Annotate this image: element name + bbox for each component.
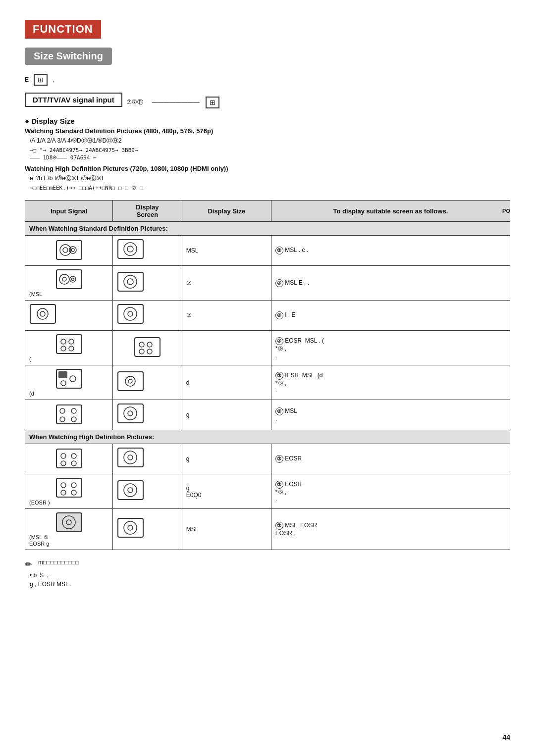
- input-signal-cell-5: (d: [25, 365, 113, 400]
- input-signal-cell-4: (: [25, 331, 113, 365]
- svg-point-68: [128, 525, 133, 530]
- top-info-prefix: E: [25, 76, 29, 83]
- display-size-cell-8: gE0Q0: [182, 474, 271, 509]
- table-row: (MSL ② ② MSL E , .: [25, 266, 510, 301]
- svg-point-45: [124, 407, 137, 420]
- note-main: ✏ m□□□□□□□□□□: [25, 559, 510, 570]
- svg-point-12: [71, 278, 74, 281]
- svg-rect-27: [135, 338, 160, 356]
- tv-icons-input-6: [29, 404, 108, 426]
- arrow-line-2: ——— 1D8※——— 07A694 ←: [30, 154, 510, 161]
- col-header-suitable: To display suitable screen as follows.: [271, 201, 510, 222]
- circle-num-8: ②: [275, 481, 283, 489]
- tv-icons-input-9: [29, 512, 108, 534]
- svg-point-3: [69, 247, 76, 253]
- tv-icon-left-5: [55, 368, 83, 391]
- display-size-cell-5: d: [182, 365, 271, 400]
- input-label: (MSL: [29, 291, 108, 297]
- svg-point-30: [139, 349, 144, 354]
- svg-point-4: [71, 249, 74, 252]
- signal-input-row: DTT/TV/AV signal input ⑦⑦⑪ ———————— ⊞: [25, 93, 510, 112]
- tv-icons-input-2: [29, 269, 108, 291]
- svg-point-17: [37, 308, 48, 319]
- standard-section-row: When Watching Standard Definition Pictur…: [25, 222, 510, 236]
- tv-icon-left: [55, 240, 83, 262]
- tv-icon-left-4: [55, 334, 83, 356]
- input-label-8: (EOSR ): [29, 500, 108, 505]
- tv-icon-display-5: [117, 371, 144, 393]
- info-cell-8: ② EOSR *⑤ , .: [271, 474, 510, 509]
- svg-point-59: [71, 490, 76, 495]
- info-cell-2: ② MSL E , .: [271, 266, 510, 301]
- standard-def-title: Watching Standard Definition Pictures (4…: [25, 127, 510, 135]
- svg-point-11: [70, 276, 76, 282]
- col-header-input: Input Signal: [25, 201, 113, 222]
- display-size-cell-4: [182, 331, 271, 365]
- tv-icon-display: [117, 239, 144, 261]
- circle-num-2: ②: [275, 279, 283, 287]
- svg-point-34: [61, 381, 66, 386]
- input-signal-cell-8: (EOSR ): [25, 474, 113, 509]
- display-screen-cell-8: [113, 474, 182, 509]
- size-switching-banner: Size Switching: [25, 48, 112, 65]
- display-icons-4: [117, 337, 178, 359]
- tv-icon-display-3: [117, 303, 144, 326]
- svg-point-15: [127, 279, 133, 285]
- svg-rect-33: [58, 371, 67, 378]
- svg-point-24: [69, 339, 74, 344]
- tv-icon-display-6: [117, 403, 144, 425]
- svg-point-41: [71, 408, 76, 413]
- page-number: 44: [502, 733, 510, 741]
- top-info: E ⊞ ,: [25, 74, 510, 86]
- display-screen-cell: [113, 236, 182, 266]
- main-table: Input Signal DisplayScreen Display Size …: [25, 200, 510, 550]
- display-screen-cell-2: [113, 266, 182, 301]
- tv-icon-display-4: [134, 337, 161, 359]
- svg-point-46: [128, 411, 133, 416]
- display-screen-cell-3: [113, 301, 182, 331]
- high-def-line1: e ⁷/b E/b I/®e⓪⑨E/®e⓪⑨I: [30, 174, 510, 183]
- dot-spacer: .: [47, 572, 48, 579]
- circle-num: ②: [275, 247, 283, 254]
- table-row: (MSL ⑤EOSR g MSL ② MSL EOSR EOSR .: [25, 509, 510, 550]
- display-screen-cell-7: [113, 444, 182, 474]
- input-label-9: (MSL ⑤EOSR g: [29, 534, 108, 547]
- svg-point-31: [147, 349, 152, 354]
- tv-icon-left-9: [55, 512, 83, 534]
- arrow-line-1: →□ "→ 24ABC4975→ 24ABC4975→ 3BB9→: [30, 147, 510, 153]
- svg-point-57: [71, 483, 76, 488]
- svg-point-62: [128, 488, 133, 493]
- tv-icon-left-2: [55, 269, 83, 291]
- info-cell-6: ② MSL .: [271, 400, 510, 430]
- info-cell-9: ② MSL EOSR EOSR .: [271, 509, 510, 550]
- tv-icons-input-4: [29, 334, 108, 356]
- function-header: FUNCTION: [25, 20, 101, 39]
- standard-def-line1: /A 1/A 2/A 3/A 4/®D⓪⑨1/®D⓪⑨2: [30, 137, 510, 145]
- top-info-suffix: ,: [53, 76, 54, 83]
- bullet-1-line2: g , EOSR MSL .: [30, 581, 510, 588]
- arrow-diagram-1: →□ "→ 24ABC4975→ 24ABC4975→ 3BB9→ ——— 1D…: [30, 147, 510, 161]
- display-screen-cell-4: [113, 331, 182, 365]
- display-screen-cell-9: [113, 509, 182, 550]
- pencil-icon: ✏: [25, 559, 32, 570]
- svg-point-26: [69, 346, 74, 351]
- expand-icon: ⊞: [34, 74, 48, 86]
- tv-icon-display-8: [117, 480, 144, 502]
- high-def-title: Watching High Definition Pictures (720p,…: [25, 165, 510, 172]
- svg-point-48: [61, 454, 66, 458]
- svg-point-25: [61, 346, 66, 351]
- high-def-arrow: →□mEE□mEEK.)→→ □□□A(++□N̈R□ □ □ ⑦ □: [30, 185, 510, 191]
- circle-num-9: ②: [275, 522, 283, 530]
- table-row: g ② MSL .: [25, 400, 510, 430]
- tv-icons-input: [29, 240, 108, 262]
- circle-num-3: ②: [275, 311, 283, 319]
- display-size-cell-7: g: [182, 444, 271, 474]
- info-cell-4: ② EOSR MSL . ( *⑤ , .: [271, 331, 510, 365]
- tv-icon-display-7: [117, 447, 144, 469]
- svg-rect-16: [30, 304, 55, 323]
- svg-point-21: [128, 311, 133, 316]
- bullet-1: • b S .: [30, 572, 510, 579]
- input-signal-cell: [25, 236, 113, 266]
- svg-point-29: [147, 342, 152, 347]
- tv-icon-left-3: [29, 303, 56, 326]
